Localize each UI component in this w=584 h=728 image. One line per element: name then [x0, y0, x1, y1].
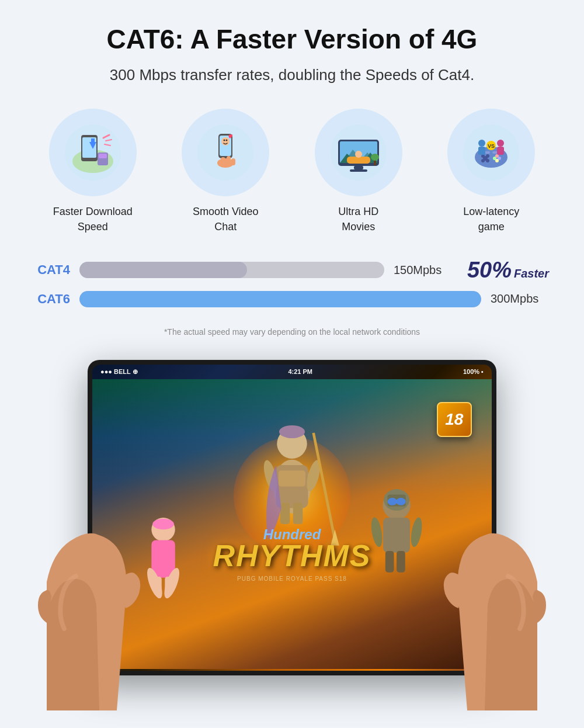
game-title-area: Hundred RHYTHMS PUBG MOBILE ROYALE PASS …	[213, 526, 371, 582]
svg-point-39	[481, 159, 485, 162]
game-title-main: RHYTHMS	[213, 538, 371, 573]
svg-rect-62	[293, 502, 303, 524]
cat4-bar-row: CAT4 150Mpbs 50% Faster	[35, 258, 549, 283]
feature-ultra-hd: Ultra HDMovies	[301, 109, 416, 234]
svg-rect-10	[99, 154, 107, 158]
game-subtitle: PUBG MOBILE ROYALE PASS S18	[213, 576, 371, 582]
svg-text:VS: VS	[488, 143, 495, 149]
svg-rect-20	[231, 158, 235, 165]
svg-rect-25	[350, 169, 367, 172]
page-title: CAT6: A Faster Version of 4G	[107, 23, 478, 55]
svg-point-16	[226, 140, 228, 141]
svg-point-40	[486, 154, 489, 158]
tablet-section: ●●● BELL ⊕ 4:21 PM 100% ▪ 18	[35, 348, 549, 710]
feature-smooth-video: Smooth VideoChat	[168, 109, 284, 234]
cat4-label: CAT4	[35, 262, 70, 278]
svg-rect-24	[354, 166, 363, 169]
smooth-video-icon-circle	[182, 109, 269, 196]
status-left: ●●● BELL ⊕	[100, 368, 138, 376]
svg-rect-5	[91, 138, 95, 143]
page-subtitle: 300 Mbps transfer rates, doubling the Sp…	[110, 64, 474, 85]
low-latency-label: Low-latencygame	[463, 204, 519, 234]
cat6-bar-row: CAT6 300Mpbs	[35, 291, 549, 307]
svg-line-59	[314, 433, 335, 540]
ultra-hd-icon-circle	[315, 109, 402, 196]
svg-point-45	[495, 159, 499, 162]
screen-status-bar: ●●● BELL ⊕ 4:21 PM 100% ▪	[92, 365, 492, 379]
faster-badge: 50% Faster	[467, 258, 549, 283]
feature-faster-download: Faster DownloadSpeed	[35, 109, 151, 234]
speed-comparison: CAT4 150Mpbs 50% Faster CAT6 300Mpbs	[35, 258, 549, 316]
svg-point-46	[478, 140, 485, 147]
smooth-video-icon	[196, 123, 255, 182]
features-row: Faster DownloadSpeed	[35, 109, 549, 234]
cat6-value: 300Mpbs	[491, 292, 549, 306]
cat4-track	[79, 262, 384, 278]
cat4-value: 150Mpbs	[394, 264, 452, 277]
faster-download-icon	[64, 123, 122, 182]
svg-rect-19	[227, 156, 231, 165]
svg-rect-49	[497, 147, 504, 155]
ultra-hd-label: Ultra HDMovies	[338, 204, 378, 234]
faster-text: Faster	[514, 267, 549, 280]
cat6-fill	[79, 291, 481, 307]
status-right: 100% ▪	[463, 368, 484, 375]
svg-point-55	[279, 425, 305, 438]
faster-download-label: Faster DownloadSpeed	[53, 204, 133, 234]
svg-point-48	[497, 140, 504, 147]
low-latency-icon-circle: VS	[447, 109, 535, 196]
svg-point-76	[370, 516, 384, 548]
tablet-wrapper: ●●● BELL ⊕ 4:21 PM 100% ▪ 18	[53, 348, 531, 710]
svg-rect-61	[280, 502, 290, 524]
cat6-label: CAT6	[35, 292, 70, 307]
svg-rect-18	[221, 157, 225, 167]
feature-low-latency: VS Low-latencygame	[434, 109, 550, 234]
svg-rect-47	[478, 147, 485, 155]
hand-left-svg	[35, 465, 199, 710]
status-center: 4:21 PM	[288, 368, 312, 375]
faster-download-icon-circle	[49, 109, 137, 196]
disclaimer-text: *The actual speed may vary depending on …	[164, 327, 420, 337]
svg-point-32	[371, 154, 379, 161]
hand-right-svg	[385, 465, 549, 710]
ultra-hd-icon	[329, 123, 388, 182]
smooth-video-label: Smooth VideoChat	[193, 204, 259, 234]
cat6-track	[79, 291, 481, 307]
cat4-fill	[79, 262, 247, 278]
low-latency-icon: VS	[462, 123, 520, 182]
svg-point-30	[355, 151, 362, 158]
svg-rect-56	[279, 470, 305, 487]
faster-percent: 50%	[467, 258, 512, 283]
svg-point-41	[486, 159, 489, 162]
svg-point-15	[224, 140, 225, 141]
